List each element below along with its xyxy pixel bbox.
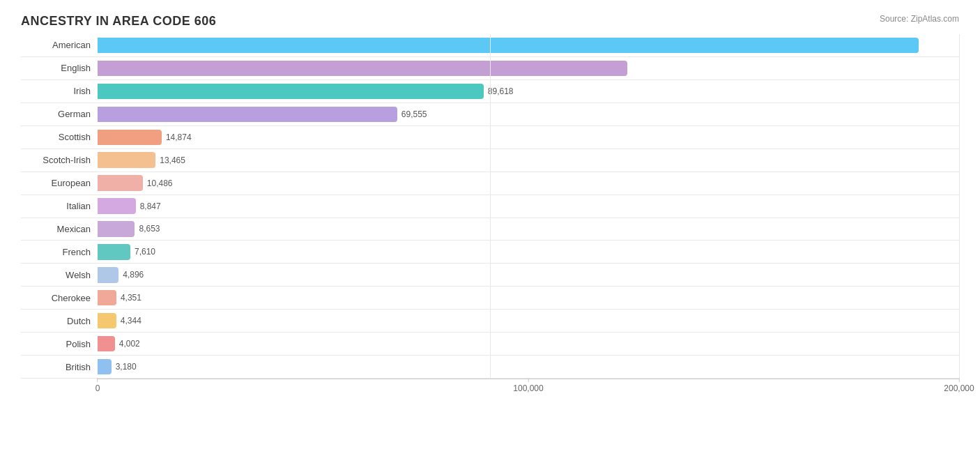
bar-track: 8,653 (98, 218, 959, 241)
chart-area: American190,577English122,965Irish89,618… (21, 34, 959, 399)
chart-container: ANCESTRY IN AREA CODE 606 Source: ZipAtl… (0, 0, 980, 449)
bar-track: 4,344 (98, 310, 959, 332)
bar-track: 10,486 (98, 172, 959, 195)
x-axis: 0100,000200,000 (98, 379, 959, 399)
bar-row: Italian8,847 (21, 195, 959, 218)
bar-value: 4,896 (123, 270, 144, 280)
bar-fill: 69,555 (98, 107, 397, 122)
bar-label: Scotch-Irish (21, 155, 98, 165)
bar-label: French (21, 247, 98, 257)
bar-track: 3,180 (98, 356, 959, 378)
bar-value: 3,180 (116, 362, 137, 372)
bar-value: 10,486 (147, 178, 173, 188)
bar-row: British3,180 (21, 356, 959, 379)
bar-fill: 10,486 (98, 175, 143, 190)
bar-value: 4,344 (121, 316, 141, 326)
bar-fill: 4,351 (98, 290, 116, 305)
x-tick: 100,000 (513, 383, 543, 393)
bar-label: Mexican (21, 224, 98, 234)
bar-track: 122,965 (98, 57, 959, 79)
bar-row: American190,577 (21, 34, 959, 57)
bar-track: 69,555 (98, 103, 959, 125)
bar-label: European (21, 178, 98, 188)
bar-label: Welsh (21, 270, 98, 280)
bar-value: 190,577 (926, 40, 956, 50)
chart-title: ANCESTRY IN AREA CODE 606 (21, 14, 959, 29)
bar-value: 14,874 (166, 132, 192, 142)
bar-value: 4,002 (119, 339, 140, 349)
bar-track: 190,577 (98, 34, 959, 56)
bar-fill: 8,847 (98, 198, 136, 213)
bar-label: Irish (21, 86, 98, 96)
bar-row: European10,486 (21, 172, 959, 195)
bar-track: 4,002 (98, 333, 959, 355)
bar-fill: 4,344 (98, 313, 116, 328)
bar-label: Cherokee (21, 293, 98, 303)
bar-row: French7,610 (21, 241, 959, 264)
bar-row: Welsh4,896 (21, 264, 959, 287)
bar-row: Dutch4,344 (21, 310, 959, 333)
bar-row: Cherokee4,351 (21, 287, 959, 310)
bar-value: 69,555 (401, 109, 427, 119)
bar-label: British (21, 362, 98, 372)
bar-track: 4,896 (98, 264, 959, 286)
bar-row: English122,965 (21, 57, 959, 80)
bar-value: 89,618 (488, 86, 514, 96)
bar-track: 4,351 (98, 287, 959, 309)
x-tick: 0 (95, 383, 100, 393)
bar-fill: 4,896 (98, 267, 118, 282)
bar-value: 8,847 (140, 201, 161, 211)
bar-value: 7,610 (135, 247, 155, 257)
bar-value: 4,351 (121, 293, 141, 303)
bar-value: 8,653 (139, 224, 160, 234)
bar-row: Scottish14,874 (21, 126, 959, 149)
grid-line (959, 34, 960, 379)
bar-label: English (21, 63, 98, 73)
bar-fill: 8,653 (98, 221, 135, 236)
bars-section: American190,577English122,965Irish89,618… (21, 34, 959, 379)
source-label: Source: ZipAtlas.com (880, 14, 959, 24)
bar-label: American (21, 40, 98, 50)
bar-label: Scottish (21, 132, 98, 142)
bar-fill: 89,618 (98, 84, 484, 99)
bar-fill: 190,577 (98, 38, 919, 53)
bar-row: Irish89,618 (21, 80, 959, 103)
bar-fill: 122,965 (98, 61, 627, 76)
bar-row: Scotch-Irish13,465 (21, 149, 959, 172)
bar-track: 7,610 (98, 241, 959, 263)
bar-track: 14,874 (98, 126, 959, 149)
bar-label: Italian (21, 201, 98, 211)
bar-fill: 14,874 (98, 130, 162, 145)
bar-track: 89,618 (98, 80, 959, 102)
bar-value: 122,965 (636, 63, 666, 73)
bar-label: German (21, 109, 98, 119)
bar-fill: 3,180 (98, 359, 112, 374)
bar-track: 13,465 (98, 149, 959, 172)
bar-row: Polish4,002 (21, 333, 959, 356)
bar-fill: 4,002 (98, 336, 115, 351)
bar-value: 13,465 (160, 155, 185, 165)
bar-fill: 13,465 (98, 152, 155, 167)
bar-label: Dutch (21, 316, 98, 326)
x-tick: 200,000 (944, 383, 974, 393)
bar-track: 8,847 (98, 195, 959, 218)
bar-row: German69,555 (21, 103, 959, 126)
bar-fill: 7,610 (98, 244, 130, 259)
bar-label: Polish (21, 339, 98, 349)
bar-row: Mexican8,653 (21, 218, 959, 241)
